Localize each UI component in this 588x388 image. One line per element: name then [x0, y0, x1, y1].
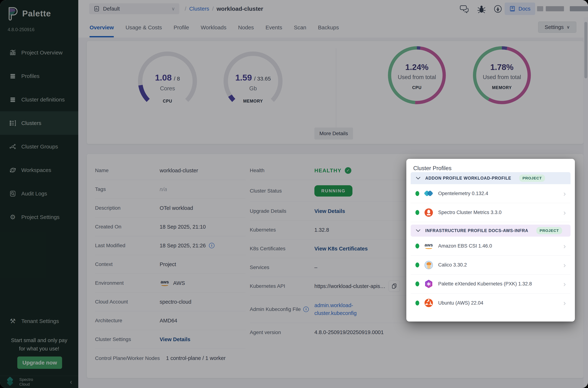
chevron-down-icon [415, 229, 421, 232]
profile-item-calico[interactable]: Calico 3.30.2 › [411, 256, 570, 274]
chevron-right-icon: › [564, 190, 566, 197]
chevron-right-icon: › [564, 280, 566, 288]
prometheus-logo [424, 208, 433, 217]
profile-item-label: Ubuntu (AWS) 22.04 [438, 300, 483, 306]
profile-item-label: Opentelemetry 0.132.4 [438, 191, 488, 196]
status-dot-green [415, 243, 419, 248]
chevron-right-icon: › [564, 242, 566, 250]
profile-item-spectro-cluster-metrics[interactable]: Spectro Cluster Metrics 3.3.0 › [411, 203, 570, 222]
profile-item-ubuntu[interactable]: Ubuntu (AWS) 22.04 › [411, 293, 570, 312]
project-badge: PROJECT [536, 227, 562, 234]
profile-item-label: Calico 3.30.2 [438, 262, 467, 268]
profile-item-label: Palette eXtended Kubernetes (PXK) 1.32.8 [438, 281, 532, 287]
app-window: Palette 4.8.0-250916 Project Overview Pr… [0, 0, 588, 388]
ubuntu-logo [424, 299, 433, 307]
popover-title: Cluster Profiles [413, 165, 452, 171]
status-dot-green [415, 301, 419, 306]
status-dot-green [415, 263, 419, 267]
opentelemetry-logo [424, 189, 433, 198]
status-dot-green [415, 281, 419, 286]
status-dot-green [415, 210, 419, 215]
chevron-right-icon: › [564, 261, 566, 269]
project-badge: PROJECT [519, 174, 545, 182]
profile-item-opentelemetry[interactable]: Opentelemetry 0.132.4 › [411, 184, 570, 203]
profile-item-label: Spectro Cluster Metrics 3.3.0 [438, 210, 501, 215]
profile-item-label: Amazon EBS CSI 1.46.0 [438, 243, 492, 249]
pxk-logo [424, 280, 433, 288]
chevron-right-icon: › [564, 299, 566, 307]
infrastructure-profile-title: INFRASTRUCTURE PROFILE DOCS-AWS-INFRA [425, 228, 528, 233]
profile-item-pxk[interactable]: Palette eXtended Kubernetes (PXK) 1.32.8… [411, 274, 570, 293]
status-dot-green [415, 191, 419, 196]
chevron-down-icon [415, 176, 421, 180]
profile-item-amazon-ebs-csi[interactable]: aws Amazon EBS CSI 1.46.0 › [411, 237, 570, 256]
addon-profile-header[interactable]: ADDON PROFILE WORKLOAD-PROFILE PROJECT [411, 172, 570, 184]
calico-logo [424, 261, 433, 269]
cluster-profiles-popover: Cluster Profiles ADDON PROFILE WORKLOAD-… [406, 159, 575, 321]
chevron-right-icon: › [564, 209, 566, 216]
addon-profile-title: ADDON PROFILE WORKLOAD-PROFILE [425, 176, 511, 181]
infrastructure-profile-header[interactable]: INFRASTRUCTURE PROFILE DOCS-AWS-INFRA PR… [411, 225, 570, 237]
aws-logo: aws [424, 242, 433, 250]
